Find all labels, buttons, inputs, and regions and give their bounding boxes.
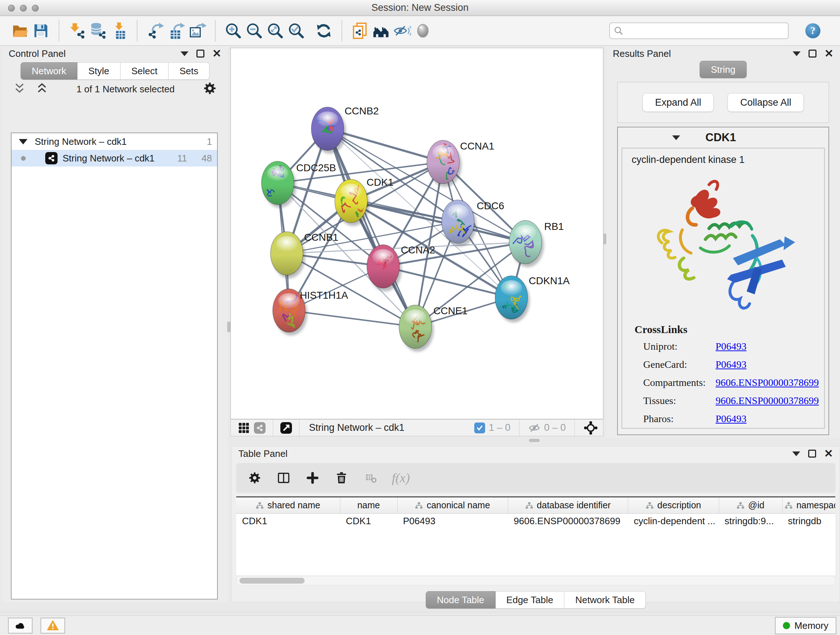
- expand-all-button[interactable]: Expand All: [643, 93, 714, 112]
- crosslink-link[interactable]: P06493: [715, 340, 747, 352]
- float-panel-icon[interactable]: [808, 450, 816, 458]
- network-node-CCNA2[interactable]: [367, 245, 401, 291]
- string-home-button[interactable]: [370, 20, 392, 42]
- network-overview-button[interactable]: [252, 421, 268, 435]
- network-node-CCNB2[interactable]: [311, 107, 346, 154]
- column-header-name[interactable]: name: [340, 497, 397, 513]
- table-panel-title: Table Panel: [238, 448, 287, 459]
- tab-string[interactable]: String: [699, 61, 747, 78]
- float-panel-icon[interactable]: [808, 50, 816, 57]
- table-cell[interactable]: CDK1: [340, 513, 397, 529]
- refresh-button[interactable]: [313, 20, 334, 42]
- crosslink-link[interactable]: P06493: [715, 413, 747, 424]
- import-network-from-file-button[interactable]: [66, 20, 88, 42]
- delete-column-button[interactable]: [334, 470, 349, 486]
- close-panel-icon[interactable]: ✕: [212, 48, 221, 59]
- network-edge[interactable]: [289, 310, 415, 327]
- column-header-shared-name[interactable]: shared name: [236, 497, 340, 513]
- tree-expand-icon[interactable]: [19, 139, 27, 144]
- panel-menu-icon[interactable]: [793, 51, 801, 56]
- table-cell[interactable]: stringdb:9...: [719, 513, 782, 529]
- export-table-button[interactable]: [166, 20, 187, 42]
- table-horizontal-scrollbar[interactable]: [236, 576, 835, 585]
- zoom-in-button[interactable]: [223, 20, 244, 42]
- collapse-all-button[interactable]: [13, 82, 26, 96]
- crosslink-link[interactable]: 9606.ENSP00000378699: [715, 377, 819, 388]
- collapse-gene-icon[interactable]: [672, 135, 680, 140]
- zoom-selected-button[interactable]: [286, 20, 307, 42]
- table-cell[interactable]: cyclin-dependent ...: [628, 513, 719, 529]
- network-options-button[interactable]: [202, 81, 217, 97]
- gene-header[interactable]: CDK1: [618, 127, 829, 148]
- table-row[interactable]: CDK1CDK1P064939606.ENSP00000378699cyclin…: [236, 513, 835, 529]
- bottom-splitter-handle[interactable]: [529, 439, 540, 442]
- create-column-button[interactable]: [305, 470, 320, 486]
- network-canvas[interactable]: CCNB2CCNA1CDC25BCDK1CDC6RB1CCNB1CCNA2CDK…: [231, 48, 603, 419]
- show-columns-button[interactable]: [276, 470, 291, 486]
- column-header-canonical-name[interactable]: canonical name: [397, 497, 508, 513]
- tab-node-table[interactable]: Node Table: [426, 591, 496, 608]
- zoom-out-button[interactable]: [244, 20, 265, 42]
- close-panel-icon[interactable]: ✕: [824, 448, 833, 459]
- tab-edge-table[interactable]: Edge Table: [496, 591, 565, 608]
- left-splitter-handle[interactable]: [227, 321, 231, 333]
- network-node-CDKN1A[interactable]: [495, 276, 530, 323]
- export-image-button[interactable]: [187, 20, 208, 42]
- float-panel-icon[interactable]: [196, 50, 204, 57]
- help-button[interactable]: ?: [803, 21, 823, 41]
- table-cell[interactable]: stringdb: [782, 513, 835, 529]
- collapse-all-button[interactable]: Collapse All: [728, 93, 804, 112]
- import-network-from-database-button[interactable]: [88, 20, 109, 42]
- save-session-button[interactable]: [30, 20, 51, 42]
- table-options-button[interactable]: [247, 470, 262, 486]
- tab-network[interactable]: Network: [21, 62, 77, 80]
- column-header-database-identifier[interactable]: database identifier: [508, 497, 628, 513]
- close-panel-icon[interactable]: ✕: [824, 48, 834, 59]
- table-cell[interactable]: CDK1: [236, 513, 340, 529]
- zoom-fit-button[interactable]: [265, 20, 286, 42]
- memory-button[interactable]: Memory: [775, 617, 836, 634]
- network-row[interactable]: String Network – cdk1 11 48: [11, 150, 217, 166]
- network-graph[interactable]: CCNB2CCNA1CDC25BCDK1CDC6RB1CCNB1CCNA2CDK…: [231, 48, 603, 419]
- delete-table-button[interactable]: [363, 470, 378, 486]
- network-node-CDC6[interactable]: [442, 200, 477, 247]
- network-collection-row[interactable]: String Network – cdk1 1: [11, 133, 217, 150]
- warnings-button[interactable]: [41, 618, 65, 633]
- function-builder-button[interactable]: f(x): [392, 470, 410, 486]
- panel-menu-icon[interactable]: [792, 451, 800, 456]
- cloud-status-button[interactable]: [8, 618, 33, 633]
- crosslink-link[interactable]: 9606.ENSP00000378699: [715, 395, 819, 407]
- crosshair-icon[interactable]: [584, 421, 598, 435]
- column-header-@id[interactable]: @id: [719, 497, 782, 513]
- tab-sets[interactable]: Sets: [169, 62, 210, 80]
- tab-network-table[interactable]: Network Table: [564, 591, 646, 608]
- network-node-CCNE1[interactable]: [399, 305, 434, 352]
- network-node-CCNB1[interactable]: [271, 232, 305, 279]
- close-window-button[interactable]: [8, 5, 15, 11]
- open-session-button[interactable]: [9, 20, 30, 42]
- table-cell[interactable]: P06493: [397, 513, 508, 529]
- crosslink-link[interactable]: P06493: [715, 359, 747, 371]
- import-table-from-file-button[interactable]: [109, 20, 129, 42]
- table-cell[interactable]: 9606.ENSP00000378699: [508, 513, 628, 529]
- network-node-RB1[interactable]: [509, 220, 544, 267]
- panel-menu-icon[interactable]: [180, 51, 188, 56]
- hide-glass-effect-button[interactable]: [392, 20, 412, 42]
- zoom-window-button[interactable]: [32, 5, 39, 11]
- minimize-window-button[interactable]: [20, 5, 27, 11]
- scrollbar-thumb[interactable]: [240, 578, 305, 584]
- grid-view-button[interactable]: [236, 421, 252, 435]
- tab-select[interactable]: Select: [120, 62, 169, 80]
- selected-checkbox-icon[interactable]: [474, 423, 485, 433]
- export-network-button[interactable]: [145, 20, 166, 42]
- clone-network-button[interactable]: [349, 20, 370, 42]
- column-header-namespace[interactable]: namespace: [782, 497, 835, 513]
- show-sphere-button[interactable]: [412, 20, 433, 42]
- tab-style[interactable]: Style: [77, 62, 120, 80]
- node-table: shared namenamecanonical namedatabase id…: [236, 496, 835, 575]
- expand-all-button[interactable]: [35, 82, 49, 96]
- column-header-description[interactable]: description: [628, 497, 719, 513]
- right-splitter-handle[interactable]: [603, 233, 606, 244]
- open-in-window-button[interactable]: [278, 421, 294, 435]
- search-input[interactable]: [609, 22, 789, 39]
